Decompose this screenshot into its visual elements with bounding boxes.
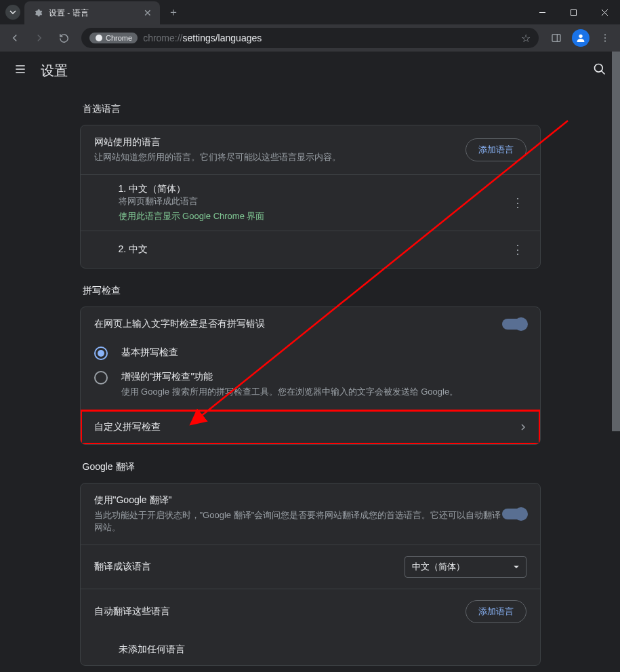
search-button[interactable] bbox=[593, 62, 606, 79]
search-tabs-button[interactable] bbox=[5, 5, 20, 20]
language-name: 1. 中文（简体） bbox=[119, 183, 509, 195]
close-window-button[interactable] bbox=[589, 0, 620, 24]
row-title: 网站使用的语言 bbox=[94, 136, 466, 149]
minimize-button[interactable] bbox=[526, 0, 558, 24]
more-options-button[interactable]: ⋮ bbox=[509, 193, 526, 213]
preferred-languages-section: 首选语言 网站使用的语言 让网站知道您所用的语言。它们将尽可能以这些语言显示内容… bbox=[80, 103, 541, 269]
svg-point-5 bbox=[604, 37, 606, 39]
option-desc: 使用 Google 搜索所用的拼写检查工具。您在浏览器中输入的文字会被发送给 G… bbox=[121, 386, 526, 398]
websites-language-row: 网站使用的语言 让网站知道您所用的语言。它们将尽可能以这些语言显示内容。 添加语… bbox=[81, 125, 540, 175]
browser-tab[interactable]: 设置 - 语言 ✕ bbox=[24, 1, 160, 24]
translate-target-dropdown[interactable]: 中文（简体） bbox=[405, 556, 526, 578]
translate-toggle[interactable] bbox=[502, 509, 526, 519]
titlebar: 设置 - 语言 ✕ ＋ bbox=[0, 0, 620, 24]
new-tab-button[interactable]: ＋ bbox=[168, 5, 179, 20]
settings-content: 首选语言 网站使用的语言 让网站知道您所用的语言。它们将尽可能以这些语言显示内容… bbox=[0, 90, 620, 672]
svg-point-4 bbox=[604, 34, 606, 35]
row-title: 在网页上输入文字时检查是否有拼写错误 bbox=[94, 318, 502, 330]
chrome-icon bbox=[95, 34, 103, 42]
chevron-down-icon bbox=[514, 564, 519, 570]
row-title: 使用"Google 翻译" bbox=[94, 494, 502, 507]
spellcheck-toggle[interactable] bbox=[502, 319, 526, 330]
spellcheck-section: 拼写检查 在网页上输入文字时检查是否有拼写错误 基本拼写检查 增强的"拼写检查"… bbox=[80, 285, 541, 444]
radio-icon bbox=[94, 347, 108, 360]
kebab-menu-button[interactable] bbox=[594, 27, 616, 49]
back-button[interactable] bbox=[4, 27, 26, 49]
close-tab-button[interactable]: ✕ bbox=[144, 7, 152, 18]
use-translate-row: 使用"Google 翻译" 当此功能处于开启状态时，"Google 翻译"会询问… bbox=[81, 483, 540, 545]
spellcheck-toggle-row: 在网页上输入文字时检查是否有拼写错误 bbox=[81, 307, 540, 341]
row-desc: 让网站知道您所用的语言。它们将尽可能以这些语言显示内容。 bbox=[94, 151, 466, 163]
forward-button[interactable] bbox=[28, 27, 50, 49]
bookmark-button[interactable]: ☆ bbox=[521, 32, 531, 45]
translate-section: Google 翻译 使用"Google 翻译" 当此功能处于开启状态时，"Goo… bbox=[80, 461, 541, 666]
maximize-button[interactable] bbox=[558, 0, 589, 24]
gear-icon bbox=[33, 7, 43, 18]
chrome-chip-label: Chrome bbox=[106, 34, 132, 42]
svg-rect-2 bbox=[552, 35, 560, 42]
reload-button[interactable] bbox=[53, 27, 75, 49]
row-title: 自动翻译这些语言 bbox=[94, 606, 466, 618]
empty-languages-note: 未添加任何语言 bbox=[81, 634, 540, 665]
page-title: 设置 bbox=[41, 62, 68, 80]
auto-translate-row: 自动翻译这些语言 添加语言 bbox=[81, 589, 540, 634]
language-display-note: 使用此语言显示 Google Chrome 界面 bbox=[119, 210, 509, 222]
window-controls bbox=[526, 0, 620, 24]
basic-spellcheck-option[interactable]: 基本拼写检查 bbox=[81, 341, 540, 365]
translate-card: 使用"Google 翻译" 当此功能处于开启状态时，"Google 翻译"会询问… bbox=[80, 483, 541, 666]
menu-button[interactable] bbox=[14, 62, 27, 79]
radio-icon bbox=[94, 371, 108, 384]
enhanced-spellcheck-option[interactable]: 增强的"拼写检查"功能 使用 Google 搜索所用的拼写检查工具。您在浏览器中… bbox=[81, 365, 540, 410]
spellcheck-card: 在网页上输入文字时检查是否有拼写错误 基本拼写检查 增强的"拼写检查"功能 使用… bbox=[80, 307, 541, 444]
profile-button[interactable] bbox=[570, 27, 592, 49]
settings-header: 设置 bbox=[0, 52, 620, 90]
custom-spellcheck-link[interactable]: 自定义拼写检查 bbox=[81, 410, 540, 444]
translate-target-row: 翻译成该语言 中文（简体） bbox=[81, 545, 540, 589]
language-item: 2. 中文 ⋮ bbox=[81, 231, 540, 268]
scrollbar-thumb[interactable] bbox=[612, 52, 620, 431]
option-label: 增强的"拼写检查"功能 bbox=[121, 371, 526, 383]
add-language-button[interactable]: 添加语言 bbox=[466, 138, 526, 161]
language-desc: 将网页翻译成此语言 bbox=[119, 195, 509, 207]
svg-point-7 bbox=[595, 64, 603, 73]
language-name: 2. 中文 bbox=[119, 243, 509, 256]
tab-title: 设置 - 语言 bbox=[49, 7, 138, 19]
dropdown-value: 中文（简体） bbox=[412, 561, 465, 573]
svg-point-1 bbox=[96, 35, 102, 41]
omnibox[interactable]: Chrome chrome://settings/languages ☆ bbox=[81, 28, 539, 48]
more-options-button[interactable]: ⋮ bbox=[509, 239, 526, 260]
vertical-scrollbar[interactable] bbox=[612, 52, 620, 672]
section-title: Google 翻译 bbox=[80, 461, 541, 473]
svg-rect-0 bbox=[571, 9, 576, 15]
section-title: 拼写检查 bbox=[80, 285, 541, 297]
option-label: 基本拼写检查 bbox=[121, 347, 526, 359]
preferred-languages-card: 网站使用的语言 让网站知道您所用的语言。它们将尽可能以这些语言显示内容。 添加语… bbox=[80, 125, 541, 269]
row-desc: 当此功能处于开启状态时，"Google 翻译"会询问您是否要将网站翻译成您的首选… bbox=[94, 509, 502, 534]
url-text: chrome://settings/languages bbox=[143, 33, 262, 43]
chevron-down-icon bbox=[9, 9, 16, 16]
chrome-chip: Chrome bbox=[89, 33, 138, 43]
add-language-button[interactable]: 添加语言 bbox=[466, 600, 526, 623]
language-item: 1. 中文（简体） 将网页翻译成此语言 使用此语言显示 Google Chrom… bbox=[81, 175, 540, 231]
row-title: 自定义拼写检查 bbox=[94, 421, 520, 433]
section-title: 首选语言 bbox=[80, 103, 541, 115]
side-panel-button[interactable] bbox=[545, 27, 567, 49]
row-title: 翻译成该语言 bbox=[94, 561, 405, 573]
svg-point-3 bbox=[579, 35, 582, 38]
svg-point-6 bbox=[604, 41, 606, 42]
address-bar: Chrome chrome://settings/languages ☆ bbox=[0, 24, 620, 52]
avatar-icon bbox=[572, 29, 590, 47]
chevron-right-icon bbox=[520, 421, 526, 433]
